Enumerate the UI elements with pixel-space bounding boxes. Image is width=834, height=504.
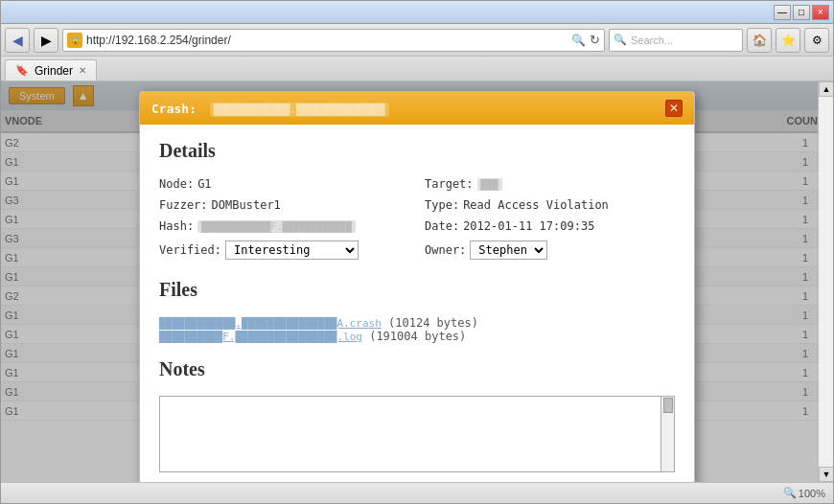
- owner-label: Owner:: [425, 243, 466, 257]
- files-section: Files ████████████.███████████████A.cras…: [159, 279, 675, 343]
- zoom-icon: 🔍: [783, 487, 797, 499]
- search-input-placeholder: Search...: [631, 34, 673, 46]
- date-row: Date: 2012-01-11 17:09:35: [425, 219, 675, 233]
- fuzzer-label: Fuzzer:: [159, 198, 208, 212]
- favorites-button[interactable]: ⭐: [776, 28, 800, 53]
- owner-select[interactable]: StephenOther: [470, 241, 547, 260]
- hash-label: Hash:: [159, 219, 194, 233]
- title-bar-buttons: — □ ×: [774, 5, 829, 20]
- notes-scrollbar: [661, 396, 675, 472]
- scroll-down-button[interactable]: ▼: [819, 467, 833, 482]
- target-value: ███: [477, 178, 502, 191]
- target-row: Target: ███: [425, 177, 675, 191]
- files-heading: Files: [159, 279, 675, 301]
- date-label: Date:: [425, 219, 459, 233]
- fuzzer-row: Fuzzer: DOMBuster1: [159, 198, 409, 212]
- details-grid: Node: G1 Fuzzer: DOMBuster1 Hash: ██████…: [159, 177, 675, 260]
- status-bar: 🔍 100%: [1, 482, 833, 503]
- search-icon: 🔍: [571, 34, 586, 47]
- scroll-track: [819, 97, 833, 467]
- files-list: ████████████.███████████████A.crash (101…: [159, 316, 675, 343]
- search-box[interactable]: 🔍 Search...: [609, 29, 743, 52]
- page-scrollbar: ▲ ▼: [818, 81, 833, 482]
- hash-value: ████████████F.████████████: [197, 220, 356, 233]
- nav-bar: ◀ ▶ 🔒 http://192.168.2.254/grinder/ 🔍 ↻ …: [1, 24, 833, 57]
- close-button[interactable]: ×: [812, 5, 829, 20]
- scroll-thumb[interactable]: [663, 398, 673, 413]
- type-label: Type:: [425, 198, 459, 212]
- modal-title-hash: ████████████.██████████████: [210, 103, 389, 117]
- notes-heading: Notes: [159, 358, 675, 380]
- crash-modal: Crash: ████████████.██████████████ ✕ Det…: [139, 91, 695, 482]
- crash-file-link[interactable]: ████████████.███████████████A.crash: [159, 317, 382, 330]
- notes-section: Notes: [159, 358, 675, 472]
- type-row: Type: Read Access Violation: [425, 198, 675, 212]
- address-bar[interactable]: 🔒 http://192.168.2.254/grinder/ 🔍 ↻: [62, 29, 605, 52]
- verified-select[interactable]: InterestingNot InterestingExploitableUnk…: [225, 241, 359, 260]
- notes-wrapper: [159, 396, 675, 472]
- zoom-control: 🔍 100%: [783, 487, 825, 499]
- owner-row: Owner: StephenOther: [425, 241, 675, 260]
- node-row: Node: G1: [159, 177, 409, 191]
- search-input-icon: 🔍: [614, 34, 627, 46]
- fuzzer-value: DOMBuster1: [212, 198, 281, 212]
- modal-title: Crash: ████████████.██████████████: [151, 102, 389, 116]
- log-file-size: (191004 bytes): [369, 330, 466, 343]
- zoom-value: 100%: [799, 488, 825, 499]
- refresh-icon[interactable]: ↻: [590, 33, 600, 47]
- node-label: Node:: [159, 177, 194, 191]
- forward-button[interactable]: ▶: [34, 28, 58, 53]
- tab-grinder[interactable]: 🔖 Grinder ✕: [5, 59, 97, 80]
- hash-row: Hash: ████████████F.████████████: [159, 219, 409, 233]
- settings-button[interactable]: ⚙: [804, 28, 829, 53]
- modal-body: Details Node: G1 Fuzzer: DOMBuster1: [140, 125, 694, 482]
- verified-row: Verified: InterestingNot InterestingExpl…: [159, 241, 409, 260]
- browser-window: — □ × ◀ ▶ 🔒 http://192.168.2.254/grinder…: [0, 0, 834, 504]
- target-label: Target:: [425, 177, 474, 191]
- modal-header: Crash: ████████████.██████████████ ✕: [140, 92, 694, 125]
- address-icon: 🔒: [67, 33, 82, 48]
- page-content: System ▲ VNODE COUNT G21G11G11G31G11G31G…: [1, 81, 833, 482]
- crash-file-size: (10124 bytes): [388, 316, 478, 330]
- scroll-up-button[interactable]: ▲: [819, 81, 833, 97]
- verified-label: Verified:: [159, 243, 221, 257]
- tab-label: Grinder: [35, 64, 73, 78]
- minimize-button[interactable]: —: [774, 5, 791, 20]
- modal-close-button[interactable]: ✕: [665, 100, 683, 117]
- tab-close-icon[interactable]: ✕: [79, 65, 86, 76]
- home-button[interactable]: 🏠: [747, 28, 772, 53]
- maximize-button[interactable]: □: [793, 5, 810, 20]
- detail-column-right: Target: ███ Type: Read Access Violation …: [425, 177, 675, 260]
- tab-bar: 🔖 Grinder ✕: [1, 57, 833, 81]
- modal-overlay: Crash: ████████████.██████████████ ✕ Det…: [1, 81, 833, 482]
- node-value: G1: [197, 177, 211, 191]
- notes-textarea[interactable]: [159, 396, 661, 472]
- title-bar: — □ ×: [1, 1, 833, 24]
- back-button[interactable]: ◀: [5, 28, 30, 53]
- type-value: Read Access Violation: [463, 198, 609, 212]
- details-heading: Details: [159, 140, 675, 162]
- log-file-link[interactable]: ██████████F.████████████████.log: [159, 331, 362, 343]
- detail-column-left: Node: G1 Fuzzer: DOMBuster1 Hash: ██████…: [159, 177, 409, 260]
- address-text: http://192.168.2.254/grinder/: [86, 34, 568, 47]
- date-value: 2012-01-11 17:09:35: [463, 219, 594, 233]
